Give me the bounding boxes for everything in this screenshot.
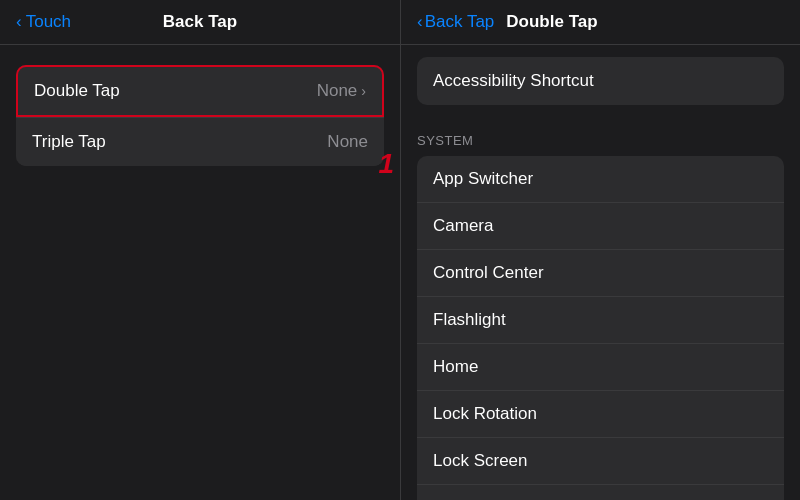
accessibility-shortcut-row[interactable]: Accessibility Shortcut <box>417 57 784 105</box>
double-tap-label: Double Tap <box>34 81 120 101</box>
lock-screen-label: Lock Screen <box>433 451 528 471</box>
accessibility-shortcut-label: Accessibility Shortcut <box>433 71 594 90</box>
system-item-control-center[interactable]: Control Center <box>417 250 784 297</box>
system-section-header: SYSTEM <box>401 125 800 152</box>
home-label: Home <box>433 357 478 377</box>
back-tap-back-button[interactable]: ‹ Back Tap <box>417 12 494 32</box>
app-switcher-label: App Switcher <box>433 169 533 189</box>
back-label: Touch <box>26 12 71 32</box>
triple-tap-row[interactable]: Triple Tap None 1 <box>16 118 384 166</box>
chevron-left-icon-right: ‹ <box>417 12 423 32</box>
left-nav-title: Back Tap <box>163 12 237 32</box>
system-item-camera[interactable]: Camera <box>417 203 784 250</box>
system-item-mute[interactable]: Mute <box>417 485 784 500</box>
badge-1: 1 <box>378 148 394 180</box>
chevron-left-icon: ‹ <box>16 12 22 32</box>
left-content: Double Tap None › Triple Tap None 1 <box>0 45 400 186</box>
double-tap-value-text: None <box>317 81 358 101</box>
triple-tap-value-text: None <box>327 132 368 152</box>
touch-back-button[interactable]: ‹ Touch <box>16 12 71 32</box>
system-item-flashlight[interactable]: Flashlight <box>417 297 784 344</box>
control-center-label: Control Center <box>433 263 544 283</box>
flashlight-label: Flashlight <box>433 310 506 330</box>
chevron-right-icon: › <box>361 83 366 99</box>
lock-rotation-label: Lock Rotation <box>433 404 537 424</box>
system-items-list: App Switcher Camera Control Center Flash… <box>417 156 784 500</box>
right-back-label: Back Tap <box>425 12 495 32</box>
double-tap-value: None › <box>317 81 366 101</box>
system-item-lock-rotation[interactable]: Lock Rotation <box>417 391 784 438</box>
system-item-lock-screen[interactable]: Lock Screen <box>417 438 784 485</box>
system-item-home[interactable]: Home <box>417 344 784 391</box>
right-content: Accessibility Shortcut SYSTEM App Switch… <box>401 45 800 500</box>
right-nav: ‹ Back Tap Double Tap <box>401 0 800 45</box>
right-nav-title: Double Tap <box>506 12 597 32</box>
triple-tap-value: None <box>327 132 368 152</box>
double-tap-row[interactable]: Double Tap None › <box>16 65 384 117</box>
camera-label: Camera <box>433 216 493 236</box>
triple-tap-label: Triple Tap <box>32 132 106 152</box>
left-panel: ‹ Touch Back Tap Double Tap None › Tripl… <box>0 0 400 500</box>
right-panel: ‹ Back Tap Double Tap Accessibility Shor… <box>400 0 800 500</box>
system-item-app-switcher[interactable]: App Switcher <box>417 156 784 203</box>
left-nav: ‹ Touch Back Tap <box>0 0 400 45</box>
